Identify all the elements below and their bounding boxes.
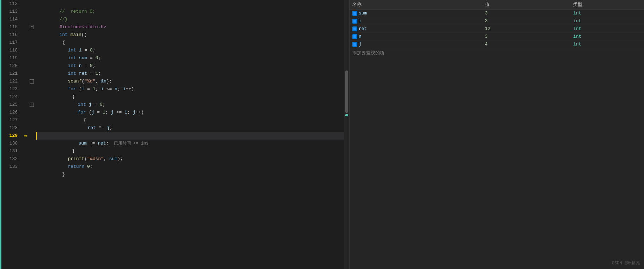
- watch-row[interactable]: i3int: [350, 17, 644, 25]
- watch-type-header: 类型: [570, 0, 644, 10]
- add-watch-item[interactable]: 添加要监视的项: [350, 48, 644, 57]
- code-line-122: for (i = 1; i <= n; i++): [36, 78, 344, 85]
- code-line-115: int main(): [36, 23, 344, 31]
- code-line-130: }: [36, 140, 344, 147]
- scrollbar-thumb[interactable]: [345, 71, 348, 113]
- code-line-119: int n = 0;: [36, 54, 344, 62]
- watch-row[interactable]: sum3int: [350, 10, 644, 17]
- editor-scrollbar[interactable]: [344, 0, 349, 269]
- code-line-117: int i = 0;: [36, 39, 344, 47]
- current-line-arrow: ⇒: [21, 132, 30, 140]
- watch-item-name: ret: [350, 25, 482, 33]
- code-line-125: for (j = 1; j <= i; j++): [36, 101, 344, 109]
- watch-row[interactable]: j4int: [350, 41, 644, 48]
- watch-item-type: int: [570, 17, 644, 25]
- code-line-126: {: [36, 109, 344, 116]
- scrollbar-indicator: [345, 114, 348, 116]
- code-line-121: scanf("%d", &n);: [36, 70, 344, 78]
- code-line-132: return 0;: [36, 155, 344, 163]
- attribution: CSDN @叶超凡: [612, 260, 640, 266]
- watch-table: 名称 值 类型 sum3inti3intret12intn3intj4int: [350, 0, 644, 48]
- code-line-114: #include<stdio.h>: [36, 16, 344, 23]
- code-line-124: int j = 0;: [36, 93, 344, 101]
- fold-gutter: − − −: [30, 0, 36, 269]
- watch-item-name: sum: [350, 10, 482, 17]
- code-line-118: int sum = 0;: [36, 47, 344, 54]
- watch-name-header: 名称: [350, 0, 482, 10]
- watch-row[interactable]: ret12int: [350, 25, 644, 33]
- code-line-113: //}: [36, 8, 344, 16]
- watch-panel: 名称 值 类型 sum3inti3intret12intn3intj4int 添…: [349, 0, 644, 269]
- watch-item-name: j: [350, 41, 482, 48]
- watch-row[interactable]: n3int: [350, 33, 644, 41]
- watch-item-value: 3: [482, 33, 571, 41]
- code-line-127: ret *= j;: [36, 116, 344, 124]
- code-line-128: }: [36, 124, 344, 132]
- code-line-129: sum += ret; 已用时间 <= 1ms: [36, 132, 344, 140]
- code-line-116: {: [36, 31, 344, 39]
- watch-item-type: int: [570, 41, 644, 48]
- code-line-133: }: [36, 163, 344, 171]
- fold-122[interactable]: −: [30, 78, 36, 85]
- code-area: 112 113 114 115 116 117 118 119 120 121 …: [0, 0, 349, 269]
- watch-item-name: n: [350, 33, 482, 41]
- fold-115[interactable]: −: [30, 23, 36, 31]
- editor-panel: 112 113 114 115 116 117 118 119 120 121 …: [0, 0, 349, 269]
- code-line-112: // return 0;: [36, 0, 344, 8]
- fold-125[interactable]: −: [30, 101, 36, 109]
- watch-item-name: i: [350, 17, 482, 25]
- watch-item-type: int: [570, 25, 644, 33]
- watch-item-value: 3: [482, 17, 571, 25]
- watch-value-header: 值: [482, 0, 571, 10]
- watch-item-value: 3: [482, 10, 571, 17]
- gutter: ⇒: [21, 0, 30, 269]
- watch-item-value: 12: [482, 25, 571, 33]
- watch-item-value: 4: [482, 41, 571, 48]
- code-line-131: printf("%d\n", sum);: [36, 147, 344, 155]
- watch-item-type: int: [570, 10, 644, 17]
- green-bar: [0, 0, 1, 269]
- watch-item-type: int: [570, 33, 644, 41]
- code-line-123: {: [36, 85, 344, 93]
- code-lines: // return 0; //} #include<stdio.h> int m…: [36, 0, 344, 269]
- code-line-120: int ret = 1;: [36, 62, 344, 70]
- line-numbers: 112 113 114 115 116 117 118 119 120 121 …: [0, 0, 21, 269]
